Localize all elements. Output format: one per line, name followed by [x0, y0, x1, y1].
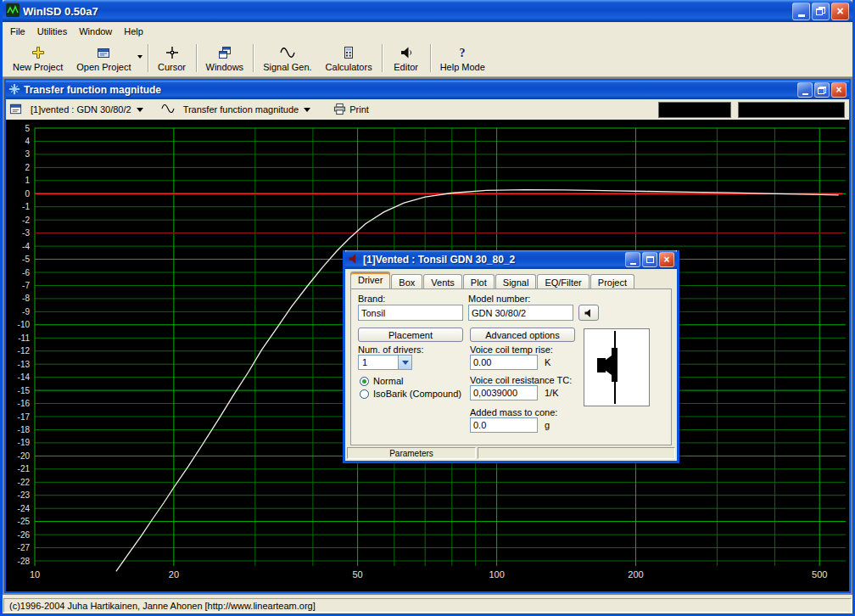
dialog-minimize-button[interactable]: [625, 252, 640, 267]
added-mass-input[interactable]: [470, 417, 538, 433]
menu-help[interactable]: Help: [118, 24, 149, 39]
plot-window-title: Transfer function magnitude: [24, 84, 794, 96]
open-project-label: Open Project: [76, 62, 131, 72]
plot-close-button[interactable]: ×: [831, 82, 847, 98]
brand-label: Brand:: [358, 294, 385, 304]
close-button[interactable]: ×: [831, 3, 849, 20]
tab-signal[interactable]: Signal: [495, 274, 537, 289]
isobarik-radio[interactable]: [360, 389, 369, 399]
advanced-options-button[interactable]: Advanced options: [470, 328, 575, 342]
minimize-button[interactable]: [792, 3, 810, 20]
plot-minimize-button[interactable]: [797, 82, 813, 98]
calculators-icon: [342, 45, 355, 60]
toolbar-separator: [382, 44, 383, 72]
voice-coil-resistance-label: Voice coil resistance TC:: [470, 375, 572, 385]
editor-button[interactable]: Editor: [385, 41, 428, 76]
svg-text:-17: -17: [18, 412, 31, 422]
svg-text:200: 200: [628, 569, 643, 580]
plot-window-titlebar: Transfer function magnitude ×: [6, 81, 849, 99]
windows-button[interactable]: Windows: [199, 41, 251, 76]
added-mass-label: Added mass to cone:: [470, 407, 557, 417]
calculators-button[interactable]: Calculators: [319, 41, 379, 76]
plot-restore-button[interactable]: [814, 82, 830, 98]
driver-database-button[interactable]: [578, 305, 599, 321]
tab-driver[interactable]: Driver: [350, 272, 390, 288]
svg-text:50: 50: [352, 569, 362, 580]
cursor-icon: [165, 45, 179, 60]
print-button[interactable]: Print: [328, 102, 374, 118]
model-number-input[interactable]: [468, 305, 573, 321]
svg-text:-1: -1: [22, 202, 30, 211]
svg-text:-25: -25: [18, 517, 31, 526]
menu-utilities[interactable]: Utilities: [31, 24, 73, 39]
num-drivers-value: 1: [359, 357, 398, 367]
plot-window-icon: [8, 83, 20, 97]
menu-file[interactable]: File: [4, 24, 31, 39]
project-selector[interactable]: [1]vented : GDN 30/80/2: [25, 103, 148, 117]
voice-coil-resistance-input[interactable]: [470, 385, 538, 400]
svg-text:-14: -14: [18, 372, 31, 382]
signal-gen-button[interactable]: Signal Gen.: [256, 41, 318, 76]
print-label: Print: [349, 104, 369, 115]
svg-text:-19: -19: [18, 438, 31, 447]
plot-type-icon: [161, 103, 175, 116]
chevron-down-icon: [304, 108, 310, 115]
normal-radio-row[interactable]: Normal: [360, 376, 403, 386]
help-mode-button[interactable]: ? Help Mode: [433, 41, 492, 76]
placement-button[interactable]: Placement: [358, 328, 463, 342]
open-project-dropdown-icon[interactable]: [137, 55, 142, 61]
parameters-button[interactable]: Parameters: [347, 447, 476, 459]
tab-eq-filter[interactable]: EQ/Filter: [537, 274, 589, 289]
svg-text:-8: -8: [22, 294, 30, 303]
new-project-label: New Project: [13, 62, 63, 72]
svg-text:?: ?: [460, 47, 466, 59]
svg-text:1: 1: [25, 176, 30, 185]
titlebar: WinISD 0.50a7 ×: [3, 0, 852, 22]
voice-coil-resistance-unit: 1/K: [545, 388, 559, 398]
project-selector-value: [1]vented : GDN 30/80/2: [31, 104, 131, 115]
tab-project[interactable]: Project: [590, 274, 634, 289]
dialog-maximize-button[interactable]: [642, 252, 657, 267]
svg-text:-24: -24: [18, 504, 31, 513]
plot-type-selector[interactable]: Transfer function magnitude: [178, 103, 316, 117]
tab-box[interactable]: Box: [391, 274, 422, 289]
tab-vents[interactable]: Vents: [423, 274, 462, 289]
svg-text:4: 4: [25, 137, 30, 146]
svg-text:0: 0: [25, 189, 30, 199]
windows-icon: [218, 45, 232, 60]
cursor-button[interactable]: Cursor: [151, 41, 193, 76]
speaker-icon: [584, 308, 594, 318]
svg-text:-21: -21: [18, 464, 31, 473]
num-drivers-dropdown-button[interactable]: [398, 356, 411, 369]
driver-dialog: [1]Vented : Tonsil GDN 30_80_2 × Driver …: [343, 250, 679, 463]
num-drivers-select[interactable]: 1: [358, 355, 412, 370]
normal-radio[interactable]: [360, 377, 369, 386]
svg-text:500: 500: [812, 569, 827, 580]
new-project-button[interactable]: New Project: [6, 41, 70, 76]
dialog-close-button[interactable]: ×: [659, 252, 674, 267]
brand-input[interactable]: [358, 305, 463, 321]
tab-plot[interactable]: Plot: [463, 274, 495, 289]
voice-coil-temp-unit: K: [545, 357, 550, 367]
open-project-button[interactable]: Open Project: [70, 41, 144, 76]
svg-text:-7: -7: [22, 281, 30, 290]
cursor-label: Cursor: [158, 62, 186, 72]
svg-text:-10: -10: [18, 320, 31, 329]
menubar: File Utilities Window Help: [3, 22, 852, 40]
driver-diagram: [584, 328, 650, 406]
toolbar-separator: [430, 44, 431, 72]
svg-text:-28: -28: [18, 557, 31, 566]
voice-coil-temp-input[interactable]: [470, 355, 538, 370]
svg-text:-6: -6: [22, 268, 30, 277]
close-icon: ×: [663, 255, 669, 265]
toolbar-separator: [148, 44, 148, 72]
restore-button[interactable]: [812, 3, 830, 20]
app-icon: [6, 3, 20, 19]
dialog-body: Driver Box Vents Plot Signal EQ/Filter P…: [345, 269, 677, 461]
editor-icon: [400, 45, 413, 60]
menu-window[interactable]: Window: [73, 24, 118, 39]
svg-text:-22: -22: [18, 478, 31, 487]
chevron-down-icon: [402, 361, 409, 368]
isobarik-radio-row[interactable]: IsoBarik (Compound): [360, 389, 461, 399]
svg-text:2: 2: [25, 163, 30, 172]
